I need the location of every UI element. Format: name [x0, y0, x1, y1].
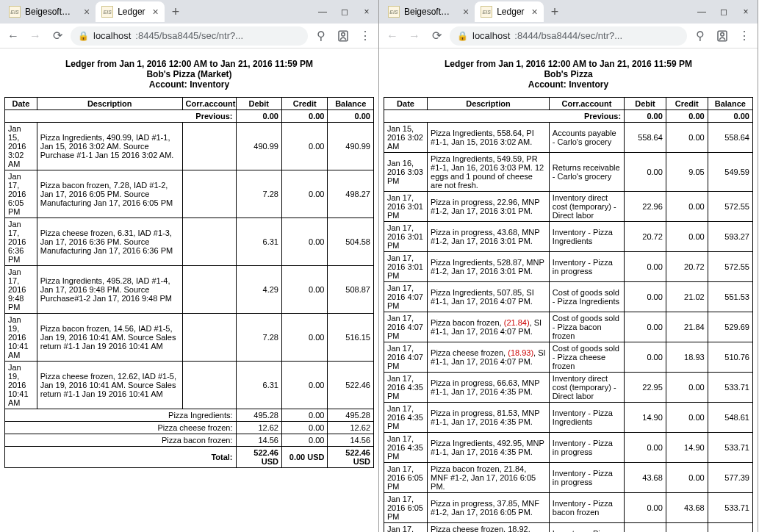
cell-description: Pizza in progress, 66.63, MNP #1-1, Jan … — [428, 373, 550, 403]
column-header: Corr.account — [549, 98, 624, 110]
browser-tab[interactable]: EISBeigesoft™ Er× — [382, 1, 475, 22]
total-value: 0.00 USD — [281, 447, 327, 468]
window-controls: —◻× — [314, 4, 375, 19]
minimize-button[interactable]: — — [693, 4, 711, 19]
cell-description: Pizza bacon frozen, (21.84), SI #1-1, Ja… — [428, 312, 550, 342]
cell-balance: 549.59 — [708, 153, 752, 192]
column-header: Description — [428, 98, 550, 110]
ledger-table: DateDescriptionCorr.accountDebitCreditBa… — [384, 97, 753, 532]
maximize-button[interactable]: ◻ — [336, 4, 353, 19]
cell-date: Jan 15, 2016 3:02 AM — [384, 123, 428, 153]
close-icon[interactable]: × — [463, 6, 469, 18]
cell-corr-account: Inventory - Pizza in progress — [549, 252, 624, 282]
table-row: Jan 17, 2016 6:05 PMPizza in progress, 3… — [384, 493, 753, 523]
cell-debit: 490.99 — [236, 123, 281, 170]
cell-date: Jan 17, 2016 3:01 PM — [384, 192, 428, 222]
page-content[interactable]: Ledger from Jan 1, 2016 12:00 AM to Jan … — [379, 48, 758, 532]
minimize-button[interactable]: — — [314, 4, 331, 19]
search-icon[interactable]: ⚲ — [691, 27, 709, 45]
cell-date: Jan 17, 2016 4:07 PM — [384, 282, 428, 312]
reload-button[interactable]: ⟳ — [428, 27, 445, 45]
reload-button[interactable]: ⟳ — [48, 27, 66, 45]
profile-icon[interactable] — [713, 27, 731, 45]
previous-value: 0.00 — [236, 110, 281, 123]
new-tab-button[interactable]: + — [172, 4, 180, 20]
tab-label: Ledger — [118, 7, 145, 17]
url-path: :8444/bsa8444/sec/ntr?... — [514, 30, 622, 41]
address-bar[interactable]: 🔒localhost:8444/bsa8444/sec/ntr?... — [450, 26, 687, 46]
favicon: EIS — [9, 6, 21, 18]
table-row: Jan 15, 2016 3:02 AMPizza Ingredients, 4… — [5, 123, 374, 170]
column-header: Credit — [666, 98, 708, 110]
cell-debit: 22.95 — [625, 373, 666, 403]
cell-balance: 577.39 — [708, 463, 752, 493]
profile-icon[interactable] — [334, 27, 352, 45]
browser-tab[interactable]: EISLedger× — [475, 1, 544, 22]
close-icon[interactable]: × — [532, 6, 538, 18]
cell-balance: 533.71 — [708, 433, 752, 463]
browser-tab[interactable]: EISLedger× — [96, 1, 165, 22]
cell-corr-account: Returns receivable - Carlo's grocery — [549, 153, 624, 192]
titlebar: EISBeigesoft™ Er×EISLedger×+—◻× — [379, 0, 758, 24]
close-icon[interactable]: × — [153, 6, 159, 18]
cell-date: Jan 17, 2016 6:36 PM — [5, 218, 37, 266]
table-row: Jan 16, 2016 3:03 PMPizza Ingredients, 5… — [384, 153, 753, 192]
column-header: Date — [5, 98, 37, 110]
back-button[interactable]: ← — [4, 27, 22, 45]
cell-debit: 6.31 — [236, 218, 281, 266]
cell-balance: 498.27 — [328, 170, 374, 218]
cell-corr-account: Cost of goods sold - Pizza Ingredients — [549, 282, 624, 312]
cell-credit: 0.00 — [281, 218, 327, 266]
subtotal-row: Pizza cheese frozen:12.620.0012.62 — [5, 422, 374, 434]
maximize-button[interactable]: ◻ — [715, 4, 733, 19]
url-host: localhost — [93, 30, 131, 41]
cell-debit: 4.29 — [236, 266, 281, 314]
search-icon[interactable]: ⚲ — [312, 27, 330, 45]
previous-label: Previous: — [384, 110, 625, 123]
cell-date: Jan 17, 2016 3:01 PM — [384, 222, 428, 252]
browser-tab[interactable]: EISBeigesoft™ Er× — [3, 1, 96, 22]
favicon: EIS — [481, 6, 492, 18]
cell-credit: 20.72 — [666, 252, 708, 282]
cell-debit: 37.85 — [625, 523, 666, 533]
previous-value: 0.00 — [281, 110, 327, 123]
previous-label: Previous: — [5, 110, 237, 123]
menu-button[interactable]: ⋮ — [735, 27, 753, 45]
cell-description: Pizza Ingredients, 549.59, PR #1-1, Jan … — [428, 153, 550, 192]
table-row: Jan 17, 2016 6:36 PMPizza cheese frozen,… — [5, 218, 374, 266]
cell-date: Jan 16, 2016 3:03 PM — [384, 153, 428, 192]
previous-value: 0.00 — [328, 110, 374, 123]
browser-window-left: EISBeigesoft™ Er×EISLedger×+—◻×←→⟳🔒local… — [0, 0, 379, 532]
cell-description: Pizza Ingredients, 490.99, IAD #1-1, Jan… — [37, 123, 182, 170]
cell-corr-account: Inventory - Pizza Ingredients — [549, 403, 624, 433]
address-bar[interactable]: 🔒localhost:8445/bsa8445/sec/ntr?... — [71, 26, 308, 46]
new-tab-button[interactable]: + — [551, 4, 559, 20]
close-button[interactable]: × — [358, 4, 375, 19]
table-row: Jan 17, 2016 6:05 PMPizza bacon frozen, … — [5, 170, 374, 218]
cell-balance: 572.55 — [708, 192, 752, 222]
cell-credit: 9.05 — [666, 153, 708, 192]
cell-debit: 6.31 — [236, 362, 281, 409]
subtotal-value: 12.62 — [236, 422, 281, 434]
close-icon[interactable]: × — [84, 6, 90, 18]
cell-debit: 0.00 — [625, 282, 666, 312]
page-content[interactable]: Ledger from Jan 1, 2016 12:00 AM to Jan … — [0, 48, 378, 532]
cell-date: Jan 17, 2016 4:07 PM — [384, 342, 428, 373]
cell-credit: 0.00 — [666, 523, 708, 533]
cell-balance: 572.55 — [708, 252, 752, 282]
table-row: Jan 17, 2016 3:01 PMPizza Ingredients, 5… — [384, 252, 753, 282]
cell-description: Pizza bacon frozen, 7.28, IAD #1-2, Jan … — [37, 170, 182, 218]
close-button[interactable]: × — [737, 4, 755, 19]
cell-balance: 522.46 — [328, 362, 374, 409]
ledger-table: DateDescriptionCorr.accountDebitCreditBa… — [4, 97, 374, 468]
cell-credit: 0.00 — [281, 123, 327, 170]
table-row: Jan 17, 2016 9:48 PMPizza Ingredients, 4… — [5, 266, 374, 314]
forward-button: → — [26, 27, 44, 45]
column-header: Debit — [236, 98, 281, 110]
subtotal-label: Pizza cheese frozen: — [5, 422, 237, 434]
cell-corr-account — [182, 123, 236, 170]
cell-date: Jan 17, 2016 4:07 PM — [384, 312, 428, 342]
menu-button[interactable]: ⋮ — [356, 27, 374, 45]
cell-description: Pizza bacon frozen, 14.56, IAD #1-5, Jan… — [37, 314, 182, 362]
cell-credit: 18.93 — [666, 342, 708, 373]
